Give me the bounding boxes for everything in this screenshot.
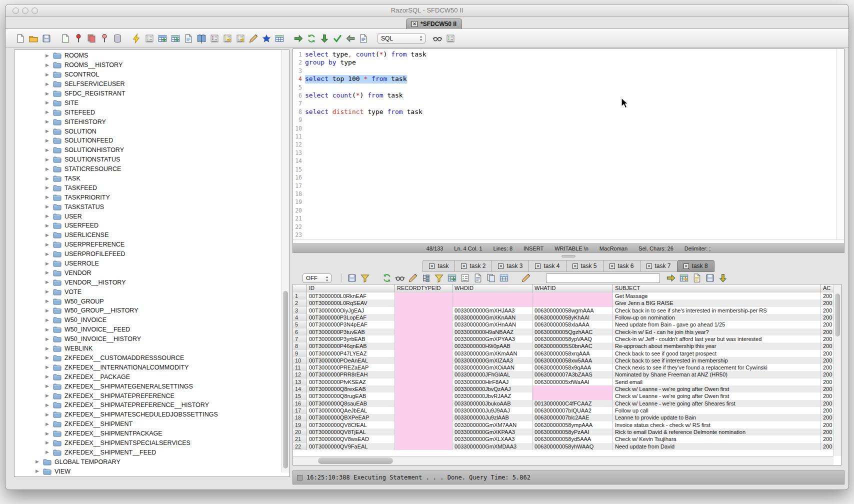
cell-ac[interactable]: 200 (821, 436, 834, 442)
cell-recordtypeid[interactable] (395, 443, 452, 450)
cell-whatid[interactable]: 006300000058yd5AAA (532, 436, 613, 442)
cell-id[interactable]: 00T3000000QV8CfEAL (307, 422, 395, 428)
cell-whoid[interactable]: 0033000000GmXIZAA3 (452, 357, 532, 364)
disclosure-triangle-icon[interactable]: ▶ (46, 242, 50, 247)
cell-whoid[interactable]: 0033000000GmXKnAAN (452, 314, 532, 321)
cell-id[interactable]: 00T3000000P46qnEAB (307, 342, 395, 350)
cell-id[interactable]: 00T3000000P47LYEAZ (307, 350, 395, 357)
column-header-ac[interactable]: AC (821, 284, 834, 292)
disclosure-triangle-icon[interactable]: ▶ (46, 63, 50, 68)
cell-subject[interactable]: Leanne to provide update to Bain (613, 414, 821, 421)
disclosure-triangle-icon[interactable]: ▶ (46, 204, 50, 209)
cell-whoid[interactable]: 0033000000JbukoAAB (452, 400, 532, 407)
disclosure-triangle-icon[interactable]: ▶ (46, 54, 50, 58)
cell-whatid[interactable]: 006300000058wgmAAA (532, 307, 613, 314)
cell-ac[interactable]: 200 (821, 386, 834, 392)
disclosure-triangle-icon[interactable]: ▶ (46, 450, 50, 454)
favorites-star-icon[interactable] (262, 34, 272, 44)
cell-whatid[interactable] (532, 292, 613, 300)
cell-whatid[interactable]: 00630000005QgzhAAC (532, 328, 613, 336)
commit-icon[interactable] (86, 34, 96, 44)
code-line[interactable]: 21 (293, 214, 836, 222)
code-line[interactable]: 13 (293, 149, 836, 157)
code-line[interactable]: 2group by type (293, 58, 836, 66)
disclosure-triangle-icon[interactable]: ▶ (46, 422, 50, 426)
close-tab-icon[interactable]: ✕ (429, 264, 434, 269)
table-row[interactable]: 1400T3000000Q8rexEAB0033000000JbvQzAAJCh… (293, 386, 834, 392)
disclosure-triangle-icon[interactable]: ▶ (46, 308, 50, 313)
tree-item-zkfedex-package[interactable]: ▶ZKFEDEX__PACKAGE (14, 372, 281, 382)
tree-item-zkfedex-shipmategeneralsettings[interactable]: ▶ZKFEDEX__SHIPMATEGENERALSETTINGS (14, 382, 281, 391)
column-header-subject[interactable]: SUBJECT (613, 284, 821, 292)
cell-recordtypeid[interactable] (395, 392, 452, 400)
cell-id[interactable]: 00T3000000PREZaEAP (307, 364, 395, 371)
tree-item-global temporary[interactable]: ▶GLOBAL TEMPORARY (14, 457, 281, 466)
cell-ac[interactable]: 200 (821, 307, 834, 314)
tree-item-zkfedex-shipmatepreference[interactable]: ▶ZKFEDEX__SHIPMATEPREFERENCE (14, 391, 281, 400)
tree-item-zkfedex-shipmatescheduledjobssettings[interactable]: ▶ZKFEDEX__SHIPMATESCHEDULEDJOBSSETTINGS (14, 410, 281, 420)
cell-id[interactable]: 00T3000000OiyJgEAJ (307, 307, 395, 314)
cell-id[interactable]: 00T3000000L0RqSEAV (307, 300, 395, 306)
disclosure-triangle-icon[interactable]: ▶ (46, 270, 50, 275)
close-tab-icon[interactable]: ✕ (535, 264, 540, 269)
disclosure-triangle-icon[interactable]: ▶ (46, 214, 50, 218)
close-tab-icon[interactable]: ✕ (572, 264, 578, 269)
tree-item-zkfedex-shipment[interactable]: ▶ZKFEDEX__SHIPMENT (14, 420, 281, 429)
cell-whatid[interactable]: 006300000058yPzAAI (532, 428, 613, 436)
cell-whoid[interactable]: 0033000000GmXOiAAN (452, 364, 532, 371)
sidebar-scroll-thumb[interactable] (283, 291, 288, 468)
tree-item-scontrol[interactable]: ▶SCONTROL (14, 70, 281, 80)
disclosure-triangle-icon[interactable]: ▶ (46, 195, 50, 200)
cell-ac[interactable]: 200 (821, 321, 834, 328)
cell-id[interactable]: 00T3000000P3yrbEAB (307, 336, 395, 342)
cell-whatid[interactable] (532, 300, 613, 306)
close-tab-icon[interactable]: ✕ (461, 264, 466, 269)
disclosure-triangle-icon[interactable]: ▶ (36, 460, 40, 464)
cell-whoid[interactable]: 0033000000JbvQzAAJ (452, 386, 532, 392)
sidebar-vertical-scrollbar[interactable] (282, 50, 289, 472)
copy-table-icon[interactable] (499, 273, 509, 283)
tree-item-solutionhistory[interactable]: ▶SOLUTIONHISTORY (14, 146, 281, 155)
disclosure-triangle-icon[interactable]: ▶ (46, 148, 50, 152)
cell-whoid[interactable]: 0033000000H9aNBAAZ (452, 328, 532, 336)
cell-recordtypeid[interactable] (395, 371, 452, 378)
cell-ac[interactable]: 200 (821, 407, 834, 414)
close-tab-icon[interactable]: ✕ (610, 264, 615, 269)
cell-recordtypeid[interactable] (395, 407, 452, 414)
table-row[interactable]: 1700T3000000QAeJbEAL0033000000Ju9J9AAJ00… (293, 407, 834, 414)
cell-recordtypeid[interactable] (395, 342, 452, 350)
disclosure-triangle-icon[interactable]: ▶ (46, 290, 50, 294)
code-line[interactable]: 19 (293, 198, 836, 206)
table-row[interactable]: 800T3000000P46qnEAB0033000000H9i0pAAB006… (293, 342, 834, 350)
cell-recordtypeid[interactable] (395, 300, 452, 306)
cell-whoid[interactable]: 0033000000Ju9zlAAB (452, 414, 532, 421)
table-row[interactable]: 900T3000000P47LYEAZ0033000000GmXKmAAN006… (293, 350, 834, 357)
code-line[interactable]: 23 (293, 231, 836, 239)
results-tab-task-7[interactable]: ✕task 7 (640, 260, 677, 272)
import-data-icon[interactable] (236, 34, 246, 44)
cell-subject[interactable]: Send email (613, 378, 821, 386)
results-tab-task-6[interactable]: ✕task 6 (603, 260, 640, 272)
disclosure-triangle-icon[interactable]: ▶ (46, 92, 50, 96)
cell-subject[interactable]: Check back to see if interested in membe… (613, 357, 821, 364)
results-list-icon[interactable] (210, 34, 220, 44)
table-row[interactable]: 600T3000000P3tuvEAB0033000000H9aNBAAZ006… (293, 328, 834, 336)
cell-subject[interactable]: Get Massage (613, 292, 821, 300)
cell-whatid[interactable]: 00630000007A3bZAAS (532, 371, 613, 378)
cell-subject[interactable]: Check w/ Leanne - we're going after Owen… (613, 392, 821, 400)
cell-whatid[interactable]: 006300000058xw5AAA (532, 357, 613, 364)
cell-whoid[interactable]: 0033000000GmXHnAAN (452, 321, 532, 328)
describe-table-icon[interactable] (144, 34, 154, 44)
cell-ac[interactable]: 200 (821, 336, 834, 342)
cell-recordtypeid[interactable] (395, 364, 452, 371)
disclosure-triangle-icon[interactable]: ▶ (46, 412, 50, 417)
close-tab-icon[interactable]: ✕ (646, 264, 652, 269)
edit-table-icon[interactable] (184, 34, 194, 44)
cell-id[interactable]: 00T3000000Q8rugEAB (307, 392, 395, 400)
cell-whatid[interactable]: 00630000007bIQUAA2 (532, 407, 613, 414)
rollback-icon[interactable] (100, 34, 110, 44)
code-line[interactable]: 4select top 100 * from task (293, 75, 836, 83)
cell-whatid[interactable]: 006300000058ypVAAQ (532, 336, 613, 342)
grid-vscroll-thumb[interactable] (835, 294, 840, 336)
cell-recordtypeid[interactable] (395, 328, 452, 336)
